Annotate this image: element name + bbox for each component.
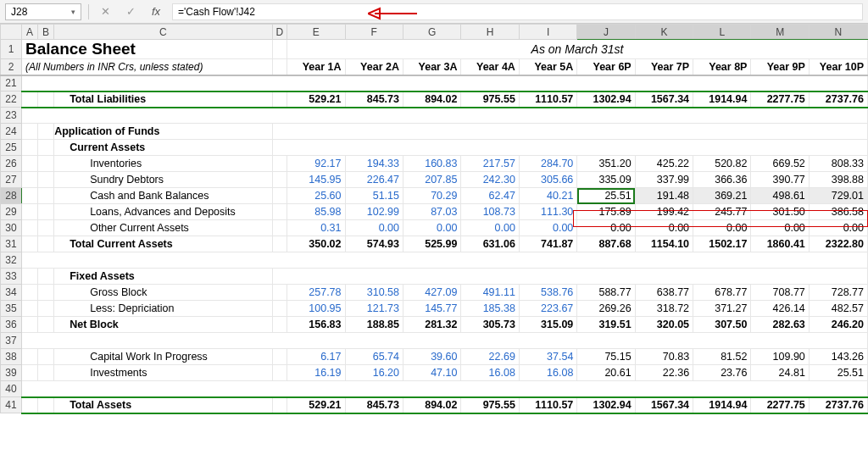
cell[interactable]: 23.76 bbox=[693, 365, 751, 381]
cell[interactable]: 975.55 bbox=[461, 397, 519, 413]
year-head[interactable]: Year 4A bbox=[461, 59, 519, 75]
cell[interactable]: 16.08 bbox=[461, 365, 519, 381]
row-head-21[interactable]: 21 bbox=[1, 75, 22, 91]
cell[interactable]: 315.09 bbox=[519, 317, 576, 333]
cell[interactable]: 708.77 bbox=[751, 285, 809, 301]
cell[interactable]: 390.77 bbox=[751, 172, 809, 188]
cell[interactable]: 75.15 bbox=[577, 349, 635, 365]
cell[interactable]: 6.17 bbox=[287, 349, 345, 365]
cell[interactable]: 22.69 bbox=[461, 349, 519, 365]
cell[interactable]: 887.68 bbox=[577, 236, 635, 252]
cell[interactable]: 191.48 bbox=[635, 188, 693, 204]
cell[interactable]: 65.74 bbox=[345, 349, 403, 365]
cell[interactable]: 37.54 bbox=[519, 349, 576, 365]
cell[interactable]: 386.58 bbox=[809, 204, 867, 220]
cell[interactable]: 47.10 bbox=[403, 365, 460, 381]
cell[interactable]: 894.02 bbox=[403, 397, 460, 413]
cell[interactable]: 145.95 bbox=[287, 172, 345, 188]
row-head-31[interactable]: 31 bbox=[1, 236, 22, 252]
col-b[interactable]: B bbox=[38, 25, 54, 40]
year-head[interactable]: Year 1A bbox=[287, 59, 345, 75]
cell[interactable]: 1502.17 bbox=[693, 236, 751, 252]
cell[interactable]: 245.77 bbox=[693, 204, 751, 220]
cwip-label[interactable]: Capital Work In Progress bbox=[54, 349, 273, 365]
cell[interactable]: 0.00 bbox=[403, 220, 460, 236]
cell[interactable]: 335.09 bbox=[577, 172, 635, 188]
cell[interactable]: 728.77 bbox=[809, 285, 867, 301]
select-all-corner[interactable] bbox=[1, 25, 22, 40]
cell[interactable]: 100.95 bbox=[287, 301, 345, 317]
row-head-2[interactable]: 2 bbox=[1, 59, 22, 75]
cell[interactable]: 574.93 bbox=[345, 236, 403, 252]
depreciation-label[interactable]: Less: Depriciation bbox=[54, 301, 273, 317]
row-head-30[interactable]: 30 bbox=[1, 220, 22, 236]
col-e[interactable]: E bbox=[287, 25, 345, 40]
row-head-27[interactable]: 27 bbox=[1, 172, 22, 188]
cell[interactable]: 1302.94 bbox=[577, 91, 635, 108]
cell[interactable]: 0.00 bbox=[693, 220, 751, 236]
row-head-36[interactable]: 36 bbox=[1, 317, 22, 333]
cell[interactable]: 22.36 bbox=[635, 365, 693, 381]
cell[interactable]: 223.67 bbox=[519, 301, 576, 317]
cell[interactable]: 305.73 bbox=[461, 317, 519, 333]
formula-input[interactable]: ='Cash Flow'!J42 bbox=[172, 3, 863, 20]
cell[interactable]: 70.83 bbox=[635, 349, 693, 365]
cell[interactable]: 1860.41 bbox=[751, 236, 809, 252]
cell[interactable]: 366.36 bbox=[693, 172, 751, 188]
cell[interactable]: 185.38 bbox=[461, 301, 519, 317]
cell[interactable]: 111.30 bbox=[519, 204, 576, 220]
cell[interactable]: 194.33 bbox=[345, 156, 403, 172]
cell[interactable]: 2737.76 bbox=[809, 91, 867, 108]
cell[interactable]: 25.60 bbox=[287, 188, 345, 204]
year-head[interactable]: Year 3A bbox=[403, 59, 460, 75]
cell[interactable]: 1110.57 bbox=[519, 397, 576, 413]
year-head[interactable]: Year 2A bbox=[345, 59, 403, 75]
cell[interactable]: 426.14 bbox=[751, 301, 809, 317]
cell[interactable]: 102.99 bbox=[345, 204, 403, 220]
application-of-funds-label[interactable]: Application of Funds bbox=[54, 124, 273, 140]
cell[interactable]: 2737.76 bbox=[809, 397, 867, 413]
cell[interactable]: 2277.75 bbox=[751, 91, 809, 108]
year-head[interactable]: Year 8P bbox=[693, 59, 751, 75]
cell[interactable]: 845.73 bbox=[345, 91, 403, 108]
cell[interactable]: 282.63 bbox=[751, 317, 809, 333]
subtitle[interactable]: (All Numbers in INR Crs, unless stated) bbox=[22, 59, 273, 75]
col-n[interactable]: N bbox=[809, 25, 867, 40]
cell[interactable]: 20.61 bbox=[577, 365, 635, 381]
cell[interactable]: 0.00 bbox=[809, 220, 867, 236]
row-head-23[interactable]: 23 bbox=[1, 108, 22, 124]
row-head-22[interactable]: 22 bbox=[1, 91, 22, 108]
col-j[interactable]: J bbox=[577, 25, 635, 40]
cell[interactable]: 188.85 bbox=[345, 317, 403, 333]
cell[interactable]: 1302.94 bbox=[577, 397, 635, 413]
cell[interactable]: 121.73 bbox=[345, 301, 403, 317]
cell[interactable]: 525.99 bbox=[403, 236, 460, 252]
current-assets-label[interactable]: Current Assets bbox=[54, 140, 273, 156]
cell[interactable]: 529.21 bbox=[287, 91, 345, 108]
cell[interactable]: 1567.34 bbox=[635, 91, 693, 108]
cell[interactable]: 0.31 bbox=[287, 220, 345, 236]
chevron-down-icon[interactable]: ▾ bbox=[71, 8, 75, 16]
page-title[interactable]: Balance Sheet bbox=[22, 40, 273, 59]
cell[interactable]: 226.47 bbox=[345, 172, 403, 188]
cell[interactable]: 281.32 bbox=[403, 317, 460, 333]
cell[interactable]: 1914.94 bbox=[693, 91, 751, 108]
cell[interactable]: 529.21 bbox=[287, 397, 345, 413]
cell[interactable]: 337.99 bbox=[635, 172, 693, 188]
cell[interactable]: 92.17 bbox=[287, 156, 345, 172]
cell[interactable]: 0.00 bbox=[345, 220, 403, 236]
cell[interactable]: 284.70 bbox=[519, 156, 576, 172]
cell[interactable]: 25.51 bbox=[809, 365, 867, 381]
cell[interactable]: 318.72 bbox=[635, 301, 693, 317]
total-liabilities-label[interactable]: Total Liabilities bbox=[54, 91, 273, 108]
cell[interactable]: 16.19 bbox=[287, 365, 345, 381]
cell[interactable]: 1110.57 bbox=[519, 91, 576, 108]
col-g[interactable]: G bbox=[403, 25, 460, 40]
loans-advances-label[interactable]: Loans, Advances and Deposits bbox=[54, 204, 273, 220]
cell[interactable]: 307.50 bbox=[693, 317, 751, 333]
cell[interactable]: 729.01 bbox=[809, 188, 867, 204]
cell[interactable]: 39.60 bbox=[403, 349, 460, 365]
year-head[interactable]: Year 7P bbox=[635, 59, 693, 75]
row-head-25[interactable]: 25 bbox=[1, 140, 22, 156]
cell[interactable]: 51.15 bbox=[345, 188, 403, 204]
